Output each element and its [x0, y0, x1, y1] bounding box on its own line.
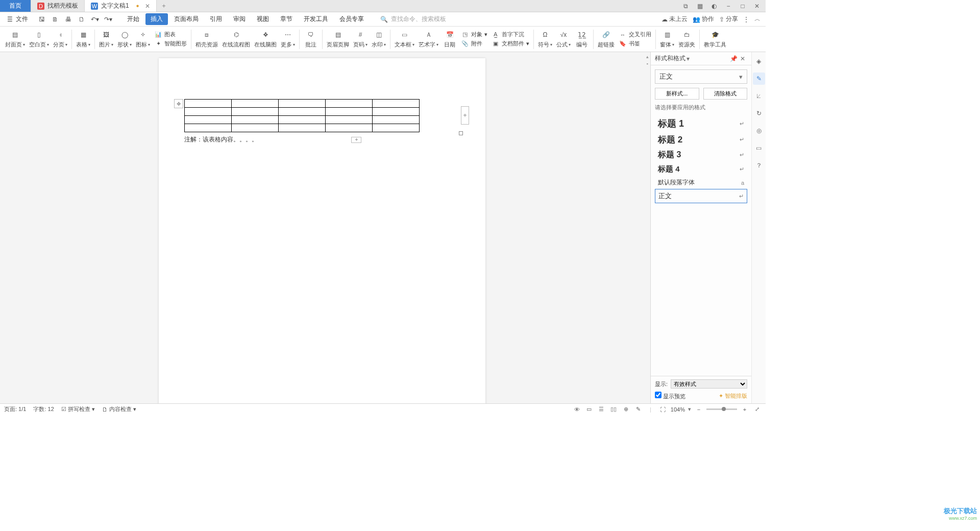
table-cell[interactable]: [326, 100, 373, 108]
rail-target-icon[interactable]: ◎: [753, 125, 765, 137]
fit-page-icon[interactable]: ⛶: [658, 405, 668, 414]
panel-pin-icon[interactable]: 📌: [729, 55, 738, 62]
smart-shape-button[interactable]: ✦智能图形: [152, 39, 189, 49]
fullscreen-icon[interactable]: ⤢: [752, 405, 762, 414]
zoom-out-icon[interactable]: −: [694, 405, 703, 414]
show-select[interactable]: 有效样式: [671, 379, 747, 389]
table-add-column-handle[interactable]: +: [461, 106, 469, 125]
menu-tab-5[interactable]: 视图: [252, 13, 274, 25]
comment-button[interactable]: 🗨批注: [302, 30, 320, 49]
menu-tab-2[interactable]: 页面布局: [169, 13, 204, 25]
icons-button[interactable]: ✧图标▾: [134, 30, 152, 49]
print-icon[interactable]: 🖶: [63, 14, 74, 25]
new-style-button[interactable]: 新样式...: [655, 88, 699, 100]
clear-format-button[interactable]: 清除格式: [703, 88, 748, 100]
tab-home[interactable]: 首页: [0, 0, 31, 12]
avatar-icon[interactable]: ◐: [707, 1, 721, 12]
table-add-row-handle[interactable]: +: [351, 137, 361, 143]
file-menu[interactable]: ☰ 文件: [5, 15, 30, 23]
table-cell[interactable]: [232, 100, 279, 108]
menu-tab-6[interactable]: 章节: [275, 13, 298, 25]
crossref-button[interactable]: ↔交叉引用: [617, 30, 653, 39]
table-cell[interactable]: [326, 116, 373, 124]
document-canvas[interactable]: ✥ + 注解：该表格内容。。。。 +: [0, 52, 644, 403]
print-preview-icon[interactable]: 🗋: [76, 14, 87, 25]
hyperlink-button[interactable]: 🔗超链接: [596, 30, 617, 49]
cloud-status[interactable]: ☁未上云: [662, 15, 688, 23]
menu-tab-4[interactable]: 审阅: [228, 13, 251, 25]
menu-tab-0[interactable]: 开始: [122, 13, 144, 25]
current-style-field[interactable]: 正文▾: [655, 69, 747, 84]
close-window-button[interactable]: ✕: [750, 1, 764, 12]
table-cell[interactable]: [326, 108, 373, 116]
rail-refresh-icon[interactable]: ↻: [753, 107, 765, 119]
table-cell[interactable]: [279, 100, 326, 108]
new-tab-button[interactable]: ＋: [157, 0, 171, 12]
menu-tab-1[interactable]: 插入: [145, 13, 168, 25]
scroll-up-icon[interactable]: ▴: [645, 54, 650, 59]
watermark-button[interactable]: ◫水印▾: [370, 30, 388, 49]
undo-icon[interactable]: ↶▾: [89, 14, 101, 25]
form-button[interactable]: ▥窗体▾: [658, 30, 676, 49]
page-break-button[interactable]: ⫞分页▾: [51, 30, 69, 49]
search-box[interactable]: 🔍 查找命令、搜索模板: [380, 15, 446, 23]
rail-style-icon[interactable]: ✎: [753, 73, 765, 85]
table-cell[interactable]: [232, 108, 279, 116]
tab-templates[interactable]: D 找稻壳模板: [31, 0, 85, 12]
panel-close-icon[interactable]: ✕: [738, 55, 747, 62]
table-cell[interactable]: [373, 100, 420, 108]
date-button[interactable]: 📅日期: [440, 30, 459, 49]
view-eye-icon[interactable]: 👁: [572, 405, 581, 414]
table-cell[interactable]: [185, 116, 232, 124]
table-cell[interactable]: [373, 116, 420, 124]
view-outline-icon[interactable]: ☰: [597, 405, 606, 414]
picture-button[interactable]: 🖼图片▾: [97, 30, 115, 49]
view-focus-icon[interactable]: ✎: [633, 405, 643, 414]
tab-close-icon[interactable]: ✕: [145, 3, 150, 10]
page-indicator[interactable]: 页面: 1/1: [4, 405, 26, 413]
table-button[interactable]: ▦表格▾: [74, 30, 92, 49]
rail-help-icon[interactable]: ？: [753, 159, 765, 172]
layout-icon[interactable]: ⧉: [679, 1, 692, 12]
save-icon[interactable]: 🖫: [36, 14, 47, 25]
attachment-button[interactable]: 📎附件: [459, 39, 489, 49]
share-button[interactable]: ⇪分享: [719, 15, 738, 23]
menu-tab-7[interactable]: 开发工具: [299, 13, 333, 25]
doc-parts-button[interactable]: ▣文档部件▾: [489, 39, 531, 49]
spellcheck-toggle[interactable]: ☑ 拼写检查 ▾: [61, 405, 95, 413]
rail-select-icon[interactable]: ⟀: [753, 90, 765, 102]
menu-tab-3[interactable]: 引用: [205, 13, 227, 25]
table-cell[interactable]: [185, 124, 232, 132]
style-item-h1[interactable]: 标题 1↵: [655, 115, 747, 132]
tab-document[interactable]: W 文字文稿1 • ✕: [85, 0, 157, 12]
style-item-h3[interactable]: 标题 3↵: [655, 148, 747, 162]
table-cell[interactable]: [279, 116, 326, 124]
scroll-marker-icon[interactable]: ▪: [645, 61, 650, 66]
online-flow-button[interactable]: ⌬在线流程图: [220, 30, 252, 49]
object-button[interactable]: ◳对象▾: [459, 30, 489, 39]
view-web-icon[interactable]: ⊕: [621, 405, 630, 414]
redo-icon[interactable]: ↷▾: [103, 14, 114, 25]
menu-tab-8[interactable]: 会员专享: [334, 13, 369, 25]
chart-button[interactable]: 📊图表: [152, 30, 189, 39]
rail-diamond-icon[interactable]: ◈: [753, 55, 765, 67]
header-footer-button[interactable]: ▤页眉页脚: [325, 30, 351, 49]
dox-resource-button[interactable]: ⧈稻壳资源: [193, 30, 220, 49]
word-count[interactable]: 字数: 12: [33, 405, 54, 413]
table-cell[interactable]: [185, 108, 232, 116]
symbol-button[interactable]: Ω符号▾: [536, 30, 554, 49]
view-read-icon[interactable]: ▯▯: [609, 405, 618, 414]
wordart-button[interactable]: Ａ艺术字▾: [416, 30, 440, 49]
more-button[interactable]: ⋯更多▾: [279, 30, 297, 49]
collapse-ribbon-icon[interactable]: ︿: [754, 15, 761, 23]
resource-button[interactable]: 🗀资源夹: [676, 30, 697, 49]
equation-button[interactable]: √x公式▾: [554, 30, 573, 49]
number-button[interactable]: 1̲2̲编号: [573, 30, 591, 49]
bookmark-button[interactable]: 🔖书签: [617, 39, 653, 49]
zoom-level[interactable]: 104%: [671, 406, 685, 413]
preview-checkbox[interactable]: 显示预览: [655, 392, 685, 400]
cover-page-button[interactable]: ▤封面页▾: [3, 30, 27, 49]
blank-page-button[interactable]: ▯空白页▾: [27, 30, 51, 49]
style-item-h2[interactable]: 标题 2↵: [655, 132, 747, 148]
table-cell[interactable]: [373, 108, 420, 116]
